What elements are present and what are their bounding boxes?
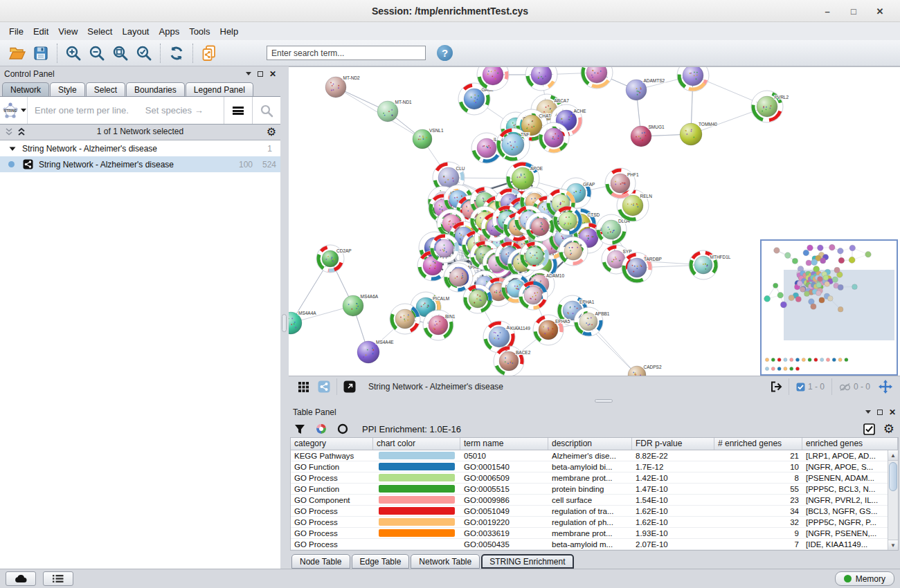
menu-layout[interactable]: Layout: [117, 24, 154, 39]
cloud-tasks-button[interactable]: [6, 571, 36, 586]
cell-enriched-genes: 7: [714, 539, 802, 549]
grid-view-button[interactable]: [293, 378, 314, 396]
network-item-row[interactable]: String Network - Alzheimer's disease 100…: [0, 156, 280, 172]
table-row[interactable]: KEGG Pathways05010Alzheimer's dise...8.8…: [291, 450, 898, 461]
table-float-icon[interactable]: [877, 410, 883, 415]
cell-description: regulation of ph...: [548, 517, 632, 527]
tab-network[interactable]: Network: [2, 82, 49, 96]
help-button[interactable]: ?: [437, 45, 453, 61]
table-row[interactable]: GO FunctionGO:0005515protein binding1.47…: [291, 484, 898, 495]
app-window: Session: /tmp/enrichmentTest.cys – □ ✕ F…: [0, 0, 900, 588]
species-hint[interactable]: Set species →: [145, 105, 224, 116]
search-input[interactable]: [267, 46, 426, 60]
network-item-label: String Network - Alzheimer's disease: [39, 160, 174, 169]
menu-select[interactable]: Select: [82, 24, 117, 39]
table-row[interactable]: GO ProcessGO:0033619membrane prot...1.93…: [291, 528, 898, 539]
table-row[interactable]: GO ComponentGO:0009986cell surface1.54E-…: [291, 495, 898, 506]
birdseye-toggle-button[interactable]: [314, 378, 334, 396]
string-protein-query-selector[interactable]: STRING: [0, 97, 28, 124]
table-row[interactable]: GO ProcessGO:0006509membrane prot...1.42…: [291, 472, 898, 484]
float-panel-icon[interactable]: [258, 71, 263, 77]
table-row[interactable]: GO ProcessGO:0050435beta-amyloid m...2.0…: [291, 539, 898, 550]
tab-edge-table[interactable]: Edge Table: [352, 554, 410, 569]
scroll-up-arrow[interactable]: ▲: [888, 450, 898, 461]
filter-icon[interactable]: [294, 424, 305, 434]
tab-network-table[interactable]: Network Table: [411, 554, 480, 569]
tab-node-table[interactable]: Node Table: [291, 554, 350, 569]
task-list-button[interactable]: [43, 571, 73, 586]
close-panel-icon[interactable]: ✕: [269, 71, 276, 77]
zoom-out-button[interactable]: [85, 43, 109, 64]
tree-expand-icon[interactable]: [8, 145, 17, 153]
table-panel-menu-icon[interactable]: [865, 410, 871, 414]
zoom-fit-button[interactable]: [109, 43, 132, 64]
select-terms-checkbox-icon[interactable]: [863, 423, 875, 435]
close-button[interactable]: ✕: [867, 6, 893, 17]
tab-style[interactable]: Style: [50, 82, 85, 96]
export-network-button[interactable]: [766, 378, 786, 396]
menu-edit[interactable]: Edit: [28, 24, 53, 39]
scroll-down-arrow[interactable]: ▼: [888, 540, 898, 550]
svg-text:CD2AP: CD2AP: [336, 248, 352, 253]
cell-description: beta-amyloid bi...: [548, 461, 632, 472]
birdseye-view[interactable]: [760, 239, 898, 376]
svg-text:CLU: CLU: [456, 166, 465, 171]
cell-enriched-genes: [PSENEN, ADAM...: [802, 472, 898, 483]
cell-enriched-genes: 8: [714, 472, 802, 483]
table-splitter-grip[interactable]: [595, 399, 613, 403]
fullscreen-button[interactable]: [339, 378, 360, 396]
clear-color-icon[interactable]: [337, 423, 348, 434]
tab-string-enrichment[interactable]: STRING Enrichment: [481, 554, 573, 569]
query-placeholder[interactable]: Enter one term per line.: [35, 105, 129, 116]
table-row[interactable]: GO ProcessGO:0051049regulation of tra...…: [291, 506, 898, 517]
minimize-button[interactable]: –: [814, 6, 840, 17]
column-header-category[interactable]: category: [291, 438, 373, 450]
query-search-button[interactable]: [253, 97, 280, 124]
memory-button[interactable]: Memory: [835, 571, 894, 586]
cell-category: GO Process: [291, 506, 373, 516]
column-header-term-name[interactable]: term name: [460, 438, 548, 450]
tab-select[interactable]: Select: [86, 82, 125, 96]
cell-enriched-genes: [LRP1, APOE, AD...: [802, 450, 898, 461]
table-row[interactable]: GO ProcessGO:0019220regulation of ph...1…: [291, 517, 898, 528]
tab-boundaries[interactable]: Boundaries: [126, 82, 185, 96]
table-close-icon[interactable]: ✕: [889, 409, 896, 416]
table-row[interactable]: GO FunctionGO:0001540beta-amyloid bi...1…: [291, 461, 898, 472]
table-splitter[interactable]: [289, 397, 900, 405]
query-options-button[interactable]: [224, 97, 252, 124]
network-panel-gear-icon[interactable]: ⚙: [267, 125, 276, 138]
menu-view[interactable]: View: [53, 24, 82, 39]
splitter-grip[interactable]: [282, 314, 287, 332]
chart-color-cell: [373, 472, 460, 483]
column-header-description[interactable]: description: [548, 438, 632, 450]
column-header-enriched-genes[interactable]: # enriched genes: [714, 438, 802, 450]
tab-legend-panel[interactable]: Legend Panel: [186, 82, 253, 96]
zoom-selected-button[interactable]: [132, 43, 156, 64]
network-collection-row[interactable]: String Network - Alzheimer's disease 1: [0, 140, 280, 156]
navigate-button[interactable]: [875, 378, 896, 396]
maximize-button[interactable]: □: [840, 6, 867, 17]
cell-enriched-genes: 55: [714, 484, 802, 494]
menu-apps[interactable]: Apps: [154, 24, 185, 39]
cell-enriched-genes: [NGFR, PSENEN,...: [802, 528, 898, 538]
menu-help[interactable]: Help: [215, 24, 244, 39]
table-panel: Table Panel ✕ PPI Enrichment: 1.0E-16: [289, 405, 900, 569]
network-selection-bar: 1 of 1 Network selected ⚙: [0, 125, 280, 138]
panel-splitter[interactable]: [280, 66, 289, 569]
enrichment-settings-gear-icon[interactable]: ⚙: [883, 421, 894, 437]
column-header-FDR-p-value[interactable]: FDR p-value: [632, 438, 714, 450]
menu-tools[interactable]: Tools: [184, 24, 215, 39]
column-header-chart-color[interactable]: chart color: [373, 438, 460, 450]
import-network-button[interactable]: [197, 43, 221, 64]
open-session-button[interactable]: [6, 43, 29, 64]
scroll-thumb[interactable]: [889, 462, 897, 491]
column-header-enriched-genes[interactable]: enriched genes: [802, 438, 898, 450]
save-session-button[interactable]: [29, 43, 53, 64]
refresh-button[interactable]: [165, 43, 188, 64]
chart-color-icon[interactable]: [315, 423, 327, 435]
table-scrollbar[interactable]: ▲ ▼: [888, 450, 898, 550]
menu-file[interactable]: File: [4, 24, 28, 39]
zoom-in-button[interactable]: [62, 43, 85, 64]
network-canvas[interactable]: MT-ND2MT-ND1VSNL1GAB2IRS1ABCA7CHATACHEIL…: [289, 66, 900, 376]
panel-menu-icon[interactable]: [246, 72, 251, 75]
